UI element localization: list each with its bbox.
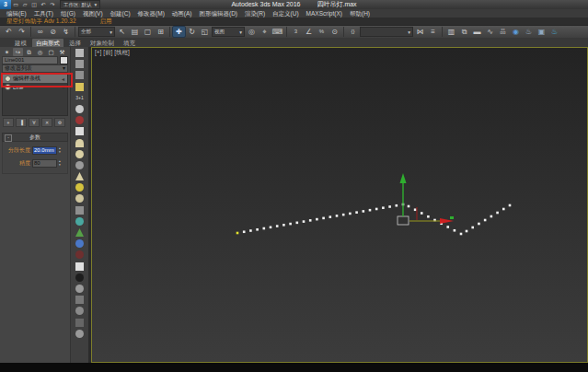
plugin-tool-icon[interactable] xyxy=(75,285,84,293)
rect-selection-region-icon[interactable]: ▢ xyxy=(142,27,154,37)
spline-vertex[interactable] xyxy=(460,233,463,236)
configure-modifier-sets-button[interactable]: ⚙ xyxy=(54,118,65,127)
window-crossing-icon[interactable]: ⊞ xyxy=(155,27,167,37)
new-scene-button[interactable]: ▭ xyxy=(11,1,20,9)
spline-vertex[interactable] xyxy=(369,209,372,212)
plugin-tool-icon[interactable] xyxy=(75,116,84,124)
plugin-enable-link[interactable]: 启用 xyxy=(76,17,112,26)
spline-vertex[interactable] xyxy=(484,219,487,222)
spline-vertex[interactable] xyxy=(243,230,246,233)
bind-to-space-warp-icon[interactable]: ↯ xyxy=(60,27,72,37)
menu-item[interactable]: 帮助(H) xyxy=(346,9,374,17)
modify-tab[interactable]: ↪ xyxy=(13,48,23,56)
redo-button[interactable]: ↷ xyxy=(48,1,57,9)
create-tab[interactable]: ✶ xyxy=(2,48,12,56)
open-file-button[interactable]: ▱ xyxy=(20,1,29,9)
spline-vertex[interactable] xyxy=(249,229,252,232)
select-and-link-icon[interactable]: ∞ xyxy=(34,27,46,37)
percent-snap-icon[interactable]: % xyxy=(316,27,328,37)
menu-item[interactable]: MAXScript(X) xyxy=(303,9,346,17)
rendered-frame-icon[interactable]: ▣ xyxy=(536,27,548,37)
parameter-value-field[interactable]: 20.0mm xyxy=(32,146,57,155)
spline-vertex[interactable] xyxy=(375,208,378,211)
pin-stack-button[interactable]: ⌖ xyxy=(3,118,14,127)
snap-toggle-3d-icon[interactable]: 3 xyxy=(290,27,302,37)
plugin-tool-icon[interactable] xyxy=(75,206,84,215)
plugin-tool-icon[interactable] xyxy=(75,194,84,203)
plugin-tool-icon[interactable]: 3+1 xyxy=(75,94,84,102)
spinner-control[interactable]: ▴▾ xyxy=(59,147,64,154)
spline-vertex[interactable] xyxy=(427,215,430,218)
spline-vertex[interactable] xyxy=(421,212,423,215)
make-unique-button[interactable]: ∀ xyxy=(29,118,40,127)
plugin-tool-icon[interactable] xyxy=(75,319,84,327)
ribbon-tab-2[interactable]: 选择 xyxy=(65,39,85,47)
plugin-tool-icon[interactable] xyxy=(75,49,84,57)
object-color-swatch[interactable] xyxy=(60,56,68,64)
plugin-tool-icon[interactable] xyxy=(75,172,84,180)
plugin-tool-icon[interactable] xyxy=(75,83,84,91)
gizmo-center-box[interactable] xyxy=(398,216,409,225)
keyboard-shortcut-override-icon[interactable]: ⌨ xyxy=(271,27,283,37)
undo-button[interactable]: ↶ xyxy=(39,1,48,9)
plugin-tool-icon[interactable] xyxy=(75,105,84,113)
spline-vertex[interactable] xyxy=(309,219,312,222)
parameter-value-field[interactable]: 80 xyxy=(32,159,57,168)
plugin-tool-icon[interactable] xyxy=(75,150,84,158)
rollout-header[interactable]: - 参数 xyxy=(2,133,68,142)
undo-icon[interactable]: ↶ xyxy=(3,27,15,37)
spline-vertex[interactable] xyxy=(414,208,417,211)
spline-vertex[interactable] xyxy=(355,211,358,214)
select-and-manipulate-icon[interactable]: ⌖ xyxy=(259,27,271,37)
stack-row[interactable]: 编辑样条线◄ xyxy=(3,75,67,83)
select-by-name-icon[interactable]: ▤ xyxy=(129,27,141,37)
spline-vertex[interactable] xyxy=(256,228,259,231)
selection-filter-dropdown[interactable]: 全部▾ xyxy=(78,27,115,37)
menu-item[interactable]: 自定义(U) xyxy=(269,9,303,17)
scene-explorer-icon[interactable]: ▥ xyxy=(445,27,457,37)
ribbon-toggle-icon[interactable]: ▬ xyxy=(471,27,483,37)
menu-item[interactable]: 图形编辑器(D) xyxy=(196,9,242,17)
spline-vertex[interactable] xyxy=(336,215,339,217)
spline-vertex[interactable] xyxy=(342,214,345,216)
plugin-tool-icon[interactable] xyxy=(75,262,84,271)
spinner-snap-icon[interactable]: ⊙ xyxy=(329,27,340,37)
plugin-tool-icon[interactable] xyxy=(75,239,84,248)
ribbon-tab-3[interactable]: 对象绘制 xyxy=(86,39,118,47)
spline-vertex[interactable] xyxy=(303,220,306,223)
mirror-icon[interactable]: ⋈ xyxy=(414,27,426,37)
layer-manager-icon[interactable]: ⧉ xyxy=(458,27,470,37)
spline-vertex[interactable] xyxy=(388,205,391,208)
lightbulb-icon[interactable] xyxy=(5,76,11,82)
spline-vertex[interactable] xyxy=(396,204,398,207)
select-and-move-icon[interactable]: ✚ xyxy=(173,27,185,37)
utilities-tab[interactable]: ⚒ xyxy=(57,48,67,56)
plugin-tool-icon[interactable] xyxy=(75,250,84,259)
spline-vertex[interactable] xyxy=(502,208,505,211)
spline-vertex[interactable] xyxy=(349,213,352,215)
plugin-tool-icon[interactable] xyxy=(75,71,84,79)
plugin-tool-icon[interactable] xyxy=(75,161,84,169)
plugin-tool-icon[interactable] xyxy=(75,296,84,304)
menu-item[interactable]: 动画(A) xyxy=(168,9,196,17)
workspace-dropdown[interactable]: 工作区: 默认 ▾ xyxy=(60,0,100,9)
spline-vertex[interactable] xyxy=(236,232,239,235)
collapse-icon[interactable]: - xyxy=(5,134,12,142)
app-logo-icon[interactable]: 3 xyxy=(0,0,11,9)
plugin-tool-icon[interactable] xyxy=(75,127,84,135)
spline-vertex[interactable] xyxy=(490,215,493,218)
reference-coordinate-dropdown[interactable]: 视图▾ xyxy=(212,27,245,37)
spline-vertex[interactable] xyxy=(322,217,325,220)
named-selection-dropdown[interactable]: ▾ xyxy=(360,27,413,37)
gizmo-y-arrowhead[interactable] xyxy=(400,173,407,183)
schematic-view-icon[interactable]: 品 xyxy=(497,27,509,37)
viewport-front[interactable]: [+] [前] [线框] xyxy=(91,47,588,363)
spline-vertex[interactable] xyxy=(289,223,292,226)
remove-modifier-button[interactable]: ✕ xyxy=(41,118,52,127)
spline-vertex[interactable] xyxy=(263,227,266,230)
spline-vertex[interactable] xyxy=(496,212,499,215)
curve-editor-icon[interactable]: ∿ xyxy=(484,27,496,37)
spline-vertex[interactable] xyxy=(276,225,279,227)
angle-snap-icon[interactable]: ∠ xyxy=(303,27,315,37)
spline-vertex[interactable] xyxy=(408,205,410,208)
